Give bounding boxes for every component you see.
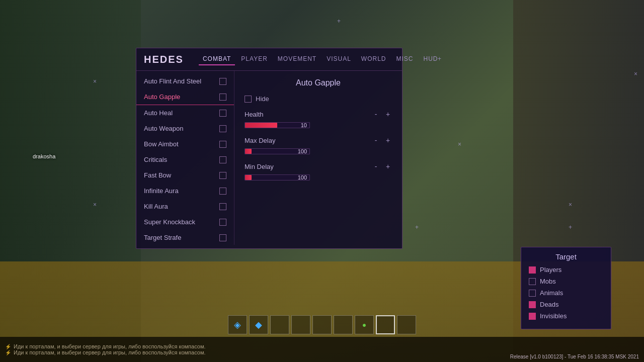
tab-world[interactable]: WORLD	[357, 53, 390, 65]
module-list: Auto Flint And Steel Auto Gapple Auto He…	[136, 71, 234, 245]
module-checkbox-0[interactable]	[219, 78, 226, 85]
module-label: Criticals	[144, 156, 167, 163]
module-super-knockback[interactable]: Super Knockback	[136, 214, 234, 230]
module-auto-weapon[interactable]: Auto Weapon	[136, 121, 234, 136]
target-item-deads: Deads	[529, 301, 603, 308]
health-slider-fill	[245, 123, 277, 128]
target-item-mobs: Mobs	[529, 278, 603, 285]
target-checkbox-animals[interactable]	[529, 290, 536, 297]
username: drakosha	[33, 153, 55, 159]
module-kill-aura[interactable]: Kill Aura	[136, 199, 234, 214]
tab-misc[interactable]: MISC	[392, 53, 418, 65]
target-item-animals: Animals	[529, 289, 603, 297]
module-checkbox-6[interactable]	[219, 172, 226, 179]
hotbar-slot-6[interactable]: ●	[355, 315, 374, 334]
health-slider-track[interactable]: 10	[245, 122, 310, 128]
target-checkbox-invisibles[interactable]	[529, 313, 536, 320]
target-item-invisibles: Invisibles	[529, 312, 603, 320]
tab-combat[interactable]: COMBAT	[199, 53, 235, 65]
max-delay-value: 100	[298, 148, 307, 154]
tab-hud[interactable]: HUD	[420, 53, 442, 65]
tab-player[interactable]: PLAYER	[237, 53, 271, 65]
module-checkbox-1[interactable]	[219, 94, 226, 101]
target-checkbox-deads[interactable]	[529, 301, 536, 308]
hotbar-slot-1[interactable]: ◆	[249, 315, 268, 334]
main-panel: HEDES COMBAT PLAYER MOVEMENT VISUAL WORL…	[136, 48, 403, 249]
particle-8: +	[415, 224, 419, 231]
chat-text-1: Иди к порталам, и выбери сервер для игры…	[14, 349, 206, 355]
target-panel: Target Players Mobs Animals Deads Invisi…	[521, 247, 611, 329]
target-checkbox-players[interactable]	[529, 266, 536, 274]
chat-icon-0: ⚡	[5, 344, 11, 349]
hotbar-slot-2[interactable]	[270, 315, 289, 334]
setting-max-delay: Max Delay - + 100	[245, 136, 392, 156]
min-delay-plus-btn[interactable]: +	[384, 162, 392, 170]
max-delay-minus-btn[interactable]: -	[372, 136, 380, 144]
setting-min-delay: Min Delay - + 100	[245, 162, 392, 183]
module-auto-gapple[interactable]: Auto Gapple	[136, 89, 234, 105]
module-checkbox-7[interactable]	[219, 188, 226, 195]
panel-content: Auto Flint And Steel Auto Gapple Auto He…	[136, 71, 402, 245]
hotbar-slot-8[interactable]	[397, 315, 416, 334]
min-delay-minus-btn[interactable]: -	[372, 162, 380, 170]
module-bow-aimbot[interactable]: Bow Aimbot	[136, 136, 234, 152]
hotbar-slot-4[interactable]	[312, 315, 332, 334]
detail-title: Auto Gapple	[245, 78, 392, 87]
target-label-mobs: Mobs	[540, 278, 556, 285]
target-label-deads: Deads	[540, 301, 559, 308]
diamond-icon: ◆	[255, 319, 262, 330]
module-checkbox-3[interactable]	[219, 125, 226, 132]
health-label: Health	[245, 111, 264, 118]
particle-3: ×	[458, 141, 461, 148]
module-checkbox-2[interactable]	[219, 110, 226, 117]
health-controls: - +	[372, 110, 392, 118]
module-auto-heal[interactable]: Auto Heal	[136, 105, 234, 121]
hotbar: ◈ ◆ ●	[228, 315, 416, 334]
min-delay-slider-fill	[245, 175, 252, 180]
module-infinite-aura[interactable]: Infinite Aura	[136, 183, 234, 199]
health-value: 10	[301, 122, 307, 128]
panel-header: HEDES COMBAT PLAYER MOVEMENT VISUAL WORL…	[136, 48, 402, 71]
module-auto-flint-and-steel[interactable]: Auto Flint And Steel	[136, 73, 234, 89]
module-label: Super Knockback	[144, 218, 195, 226]
module-checkbox-10[interactable]	[219, 234, 226, 241]
sys-info: Release [v1.0 b100123] - Tue Feb 16 16:3…	[510, 354, 639, 359]
setting-health: Health - + 10	[245, 110, 392, 130]
hotbar-slot-3[interactable]	[291, 315, 310, 334]
tab-visual[interactable]: VISUAL	[323, 53, 355, 65]
hotbar-slot-5[interactable]	[334, 315, 353, 334]
chat-icon-1: ⚡	[5, 350, 11, 355]
tab-movement[interactable]: MOVEMENT	[274, 53, 320, 65]
target-title: Target	[529, 252, 603, 261]
min-delay-slider-track[interactable]: 100	[245, 174, 310, 180]
max-delay-plus-btn[interactable]: +	[384, 136, 392, 144]
chat-messages: ⚡ Иди к порталам, и выбери сервер для иг…	[0, 341, 211, 357]
target-checkbox-mobs[interactable]	[529, 278, 536, 285]
module-label: Auto Heal	[144, 109, 173, 117]
module-fast-bow[interactable]: Fast Bow	[136, 167, 234, 183]
health-minus-btn[interactable]: -	[372, 110, 380, 118]
target-label-animals: Animals	[540, 289, 563, 297]
module-target-strafe[interactable]: Target Strafe	[136, 230, 234, 245]
module-label: Target Strafe	[144, 234, 181, 241]
module-criticals[interactable]: Criticals	[136, 152, 234, 167]
max-delay-slider-container: 100	[245, 146, 392, 156]
module-checkbox-4[interactable]	[219, 141, 226, 148]
health-plus-btn[interactable]: +	[384, 110, 392, 118]
max-delay-slider-fill	[245, 149, 252, 154]
hotbar-slot-0[interactable]: ◈	[228, 315, 247, 334]
module-checkbox-9[interactable]	[219, 219, 226, 226]
setting-health-header: Health - +	[245, 110, 392, 118]
hide-label: Hide	[256, 95, 269, 103]
target-label-players: Players	[540, 266, 561, 274]
setting-max-delay-header: Max Delay - +	[245, 136, 392, 144]
health-slider-container: 10	[245, 120, 392, 130]
hide-row: Hide	[245, 95, 392, 103]
max-delay-slider-track[interactable]: 100	[245, 148, 310, 154]
module-checkbox-8[interactable]	[219, 203, 226, 210]
module-checkbox-5[interactable]	[219, 156, 226, 163]
module-label: Infinite Aura	[144, 187, 179, 195]
particle-1: +	[337, 18, 341, 25]
hotbar-slot-7[interactable]	[376, 315, 395, 334]
hide-checkbox[interactable]	[245, 96, 252, 103]
